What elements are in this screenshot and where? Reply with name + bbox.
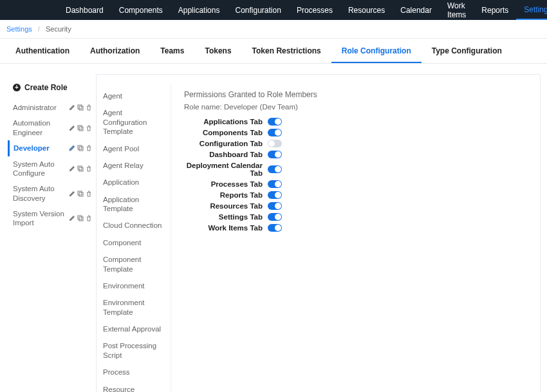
permission-toggle-settings-tab[interactable] xyxy=(268,213,282,221)
breadcrumb: Settings / Security xyxy=(0,20,547,38)
role-label[interactable]: Developer xyxy=(14,144,69,153)
tab-authentication[interactable]: Authentication xyxy=(5,39,80,63)
topnav-item-settings[interactable]: Settings xyxy=(516,0,547,20)
permission-row: Configuration Tab xyxy=(184,138,540,149)
role-actions xyxy=(69,125,92,131)
delete-icon xyxy=(86,191,92,197)
role-item-system-auto-discovery: System Auto Discovery xyxy=(12,181,93,206)
category-environment[interactable]: Environment xyxy=(103,277,164,294)
tab-tokens[interactable]: Tokens xyxy=(194,39,241,63)
role-actions xyxy=(69,104,92,111)
copy-icon[interactable] xyxy=(77,145,84,151)
topnav-item-components[interactable]: Components xyxy=(111,0,171,20)
tab-authorization[interactable]: Authorization xyxy=(80,39,150,63)
tab-token-restrictions[interactable]: Token Restrictions xyxy=(242,39,331,63)
tab-teams[interactable]: Teams xyxy=(150,39,194,63)
permission-label: Reports Tab xyxy=(184,191,268,199)
category-process[interactable]: Process xyxy=(103,364,164,380)
category-external-approval[interactable]: External Approval xyxy=(103,321,164,337)
edit-icon[interactable] xyxy=(69,125,75,131)
permission-toggle-components-tab[interactable] xyxy=(268,129,282,136)
create-role-label: Create Role xyxy=(24,83,68,92)
role-label[interactable]: Administrator xyxy=(13,103,69,112)
role-label[interactable]: Automation Engineer xyxy=(13,118,69,137)
delete-icon xyxy=(86,125,92,131)
copy-icon[interactable] xyxy=(77,165,84,172)
topnav-item-reports[interactable]: Reports xyxy=(474,0,516,20)
category-component-template[interactable]: Component Template xyxy=(103,251,164,277)
create-role-button[interactable]: + Create Role xyxy=(12,79,93,100)
tab-type-configuration[interactable]: Type Configuration xyxy=(422,39,512,63)
copy-icon[interactable] xyxy=(77,104,84,111)
topnav-item-processes[interactable]: Processes xyxy=(289,0,340,20)
copy-icon[interactable] xyxy=(77,125,84,131)
edit-icon[interactable] xyxy=(69,104,75,111)
svg-rect-3 xyxy=(79,127,83,131)
svg-rect-1 xyxy=(79,106,83,110)
permissions-column: Permissions Granted to Role Members Role… xyxy=(171,84,540,392)
permission-toggle-resources-tab[interactable] xyxy=(268,202,282,210)
permission-row: Reports Tab xyxy=(184,189,540,200)
svg-rect-4 xyxy=(78,145,82,149)
topnav-item-work-items[interactable]: Work Items xyxy=(440,0,474,20)
breadcrumb-separator: / xyxy=(38,25,40,33)
permission-row: Components Tab xyxy=(184,127,540,138)
svg-rect-6 xyxy=(78,166,82,170)
category-agent-pool[interactable]: Agent Pool xyxy=(103,140,164,157)
role-label[interactable]: System Auto Configure xyxy=(13,160,69,178)
category-resource[interactable]: Resource xyxy=(103,381,164,393)
permission-row: Work Items Tab xyxy=(184,222,540,233)
delete-icon[interactable] xyxy=(86,145,92,151)
role-item-system-version-import: System Version Import xyxy=(12,206,93,231)
permission-toggle-processes-tab[interactable] xyxy=(268,180,282,188)
category-agent-relay[interactable]: Agent Relay xyxy=(103,157,164,174)
permission-label: Resources Tab xyxy=(184,202,268,210)
category-post-processing-script[interactable]: Post Processing Script xyxy=(103,337,164,364)
role-label[interactable]: System Auto Discovery xyxy=(13,184,69,203)
delete-icon xyxy=(86,215,92,221)
permissions-list: Applications TabComponents TabConfigurat… xyxy=(184,116,540,233)
topnav-item-calendar[interactable]: Calendar xyxy=(393,0,440,20)
category-component[interactable]: Component xyxy=(103,234,164,251)
top-nav-items: DashboardComponentsApplicationsConfigura… xyxy=(58,0,547,20)
edit-icon[interactable] xyxy=(69,215,75,221)
copy-icon[interactable] xyxy=(77,191,84,197)
topnav-item-configuration[interactable]: Configuration xyxy=(227,0,288,20)
role-item-administrator: Administrator xyxy=(12,100,93,115)
edit-icon[interactable] xyxy=(69,165,75,172)
topnav-item-applications[interactable]: Applications xyxy=(171,0,228,20)
delete-icon xyxy=(86,104,92,111)
permission-toggle-reports-tab[interactable] xyxy=(268,191,282,199)
category-agent[interactable]: Agent xyxy=(103,88,164,104)
topnav-item-dashboard[interactable]: Dashboard xyxy=(58,0,111,20)
category-agent-configuration-template[interactable]: Agent Configuration Template xyxy=(103,104,164,140)
delete-icon xyxy=(86,165,92,172)
permission-row: Resources Tab xyxy=(184,200,540,211)
edit-icon[interactable] xyxy=(69,145,75,151)
permission-toggle-dashboard-tab[interactable] xyxy=(268,151,282,158)
permission-label: Work Items Tab xyxy=(184,224,268,232)
role-item-system-auto-configure: System Auto Configure xyxy=(12,156,93,182)
permission-toggle-work-items-tab[interactable] xyxy=(268,224,282,232)
category-application-template[interactable]: Application Template xyxy=(103,191,164,218)
category-cloud-connection[interactable]: Cloud Connection xyxy=(103,217,164,234)
breadcrumb-root[interactable]: Settings xyxy=(6,25,32,33)
permission-toggle-configuration-tab[interactable] xyxy=(268,140,282,147)
roles-list: AdministratorAutomation EngineerDevelope… xyxy=(12,100,93,231)
role-actions xyxy=(69,215,92,221)
role-label[interactable]: System Version Import xyxy=(13,209,69,228)
tab-role-configuration[interactable]: Role Configuration xyxy=(331,39,422,63)
permission-label: Applications Tab xyxy=(184,118,268,126)
roles-column: + Create Role AdministratorAutomation En… xyxy=(6,74,93,392)
copy-icon[interactable] xyxy=(77,215,84,221)
edit-icon[interactable] xyxy=(69,191,75,197)
main-area: + Create Role AdministratorAutomation En… xyxy=(0,64,547,392)
category-application[interactable]: Application xyxy=(103,174,164,191)
svg-rect-2 xyxy=(78,126,82,129)
permission-toggle-applications-tab[interactable] xyxy=(268,118,282,126)
role-config-card: AgentAgent Configuration TemplateAgent P… xyxy=(96,74,541,392)
permission-label: Components Tab xyxy=(184,129,268,136)
category-environment-template[interactable]: Environment Template xyxy=(103,294,164,321)
permission-toggle-deployment-calendar-tab[interactable] xyxy=(268,165,282,173)
topnav-item-resources[interactable]: Resources xyxy=(340,0,393,20)
